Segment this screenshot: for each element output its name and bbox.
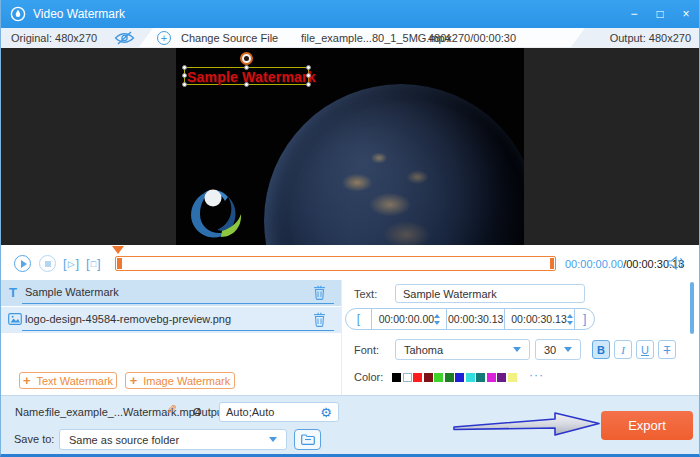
start-time-value[interactable]: 00:00:00.00: [379, 313, 434, 325]
delete-icon[interactable]: [313, 312, 326, 327]
output-format-value: Auto;Auto: [226, 406, 274, 418]
stop-button[interactable]: [39, 255, 56, 272]
text-watermark-selection[interactable]: Sample Watermark: [184, 67, 309, 85]
open-folder-button[interactable]: [294, 429, 321, 450]
bracket-icon: ]: [76, 256, 80, 271]
panel-scrollbar[interactable]: [690, 282, 694, 334]
delete-icon[interactable]: [313, 285, 326, 300]
resize-handle[interactable]: [244, 65, 249, 70]
play-button[interactable]: [14, 255, 31, 272]
eye-off-icon[interactable]: [114, 31, 135, 45]
resize-handle[interactable]: [306, 73, 311, 78]
end-time-field[interactable]: 00:00:30.13: [504, 309, 574, 329]
italic-button[interactable]: I: [614, 340, 632, 359]
watermark-item-label[interactable]: Sample Watermark: [25, 286, 119, 298]
strikethrough-button[interactable]: T: [658, 340, 676, 359]
close-button[interactable]: ×: [673, 0, 699, 28]
color-swatch[interactable]: [413, 373, 422, 382]
spinner-down-icon[interactable]: [567, 321, 573, 325]
color-swatch[interactable]: [424, 373, 433, 382]
plus-icon: +: [130, 373, 138, 388]
underline-button[interactable]: U: [636, 340, 654, 359]
range-end-bracket-button[interactable]: ]: [574, 309, 594, 329]
add-image-watermark-label: Image Watermark: [143, 375, 230, 387]
main-panels: T Sample Watermark logo-de: [1, 280, 699, 395]
rename-pencil-icon[interactable]: ✎: [166, 402, 177, 417]
color-swatch[interactable]: [476, 373, 485, 382]
color-swatch[interactable]: [508, 373, 517, 382]
bracket-icon: ]: [97, 256, 101, 271]
bold-button[interactable]: B: [592, 340, 610, 359]
color-swatch[interactable]: [445, 373, 454, 382]
color-swatch[interactable]: [497, 373, 506, 382]
output-format-field[interactable]: Auto;Auto ⚙: [219, 402, 339, 422]
play-icon: ▷: [68, 259, 75, 269]
app-logo-icon: [10, 6, 26, 22]
resize-handle[interactable]: [182, 65, 187, 70]
save-to-select[interactable]: Same as source folder: [59, 429, 287, 450]
bracket-icon: [: [63, 256, 67, 271]
color-label: Color:: [354, 371, 383, 383]
text-tool-icon: T: [9, 285, 17, 300]
playhead-marker[interactable]: [112, 246, 124, 254]
more-colors-button[interactable]: ···: [529, 368, 544, 382]
timeline-start-handle[interactable]: [117, 258, 122, 269]
color-swatch[interactable]: [487, 373, 496, 382]
font-family-value: Tahoma: [404, 344, 443, 356]
gear-icon[interactable]: ⚙: [320, 406, 332, 419]
watermark-list-panel: T Sample Watermark logo-de: [1, 280, 341, 395]
export-button[interactable]: Export: [601, 411, 693, 440]
play-icon: [21, 260, 27, 268]
resize-handle[interactable]: [306, 82, 311, 87]
color-swatch[interactable]: [392, 373, 401, 382]
text-label: Text:: [354, 288, 377, 300]
spinner-down-icon[interactable]: [434, 321, 440, 325]
duration-field[interactable]: 00:00:30.13: [446, 309, 504, 329]
end-time-value[interactable]: 00:00:30.13: [511, 313, 566, 325]
resize-handle[interactable]: [182, 82, 187, 87]
output-filename: file_example_...Watermark.mp4: [46, 406, 201, 418]
color-swatch[interactable]: [466, 373, 475, 382]
preview-area: Sample Watermark: [1, 48, 699, 245]
video-frame[interactable]: Sample Watermark: [176, 48, 524, 245]
spinner-up-icon[interactable]: [567, 314, 573, 318]
watermark-item-label[interactable]: logo-design-49584-removebg-preview.png: [25, 313, 231, 325]
add-text-watermark-button[interactable]: + Text Watermark: [19, 372, 117, 389]
add-source-icon[interactable]: +: [157, 31, 171, 45]
resize-handle[interactable]: [244, 82, 249, 87]
color-swatch[interactable]: [455, 373, 464, 382]
chevron-down-icon: [269, 437, 277, 442]
timeline-slider[interactable]: [115, 256, 556, 271]
watermark-list-item-text[interactable]: T Sample Watermark: [1, 280, 341, 306]
transport-bar: [▷] [□] 00:00:00.00/00:00:30.13: [1, 245, 699, 280]
resize-handle[interactable]: [306, 65, 311, 70]
add-image-watermark-button[interactable]: + Image Watermark: [125, 372, 235, 389]
minimize-button[interactable]: −: [621, 0, 647, 28]
logo-watermark-image[interactable]: [184, 186, 244, 242]
original-resolution: Original: 480x270: [11, 32, 97, 44]
watermark-list-item-image[interactable]: logo-design-49584-removebg-preview.png: [1, 307, 341, 333]
font-size-select[interactable]: 30: [535, 339, 581, 360]
color-swatch[interactable]: [403, 373, 412, 382]
bracket-icon: [: [86, 256, 90, 271]
start-time-field[interactable]: 00:00:00.00: [371, 309, 446, 329]
rotate-handle[interactable]: [242, 54, 251, 63]
time-spinner[interactable]: [434, 314, 440, 325]
resize-handle[interactable]: [182, 73, 187, 78]
volume-icon[interactable]: [667, 256, 684, 270]
color-swatch[interactable]: [434, 373, 443, 382]
preview-segment-play-button[interactable]: [▷]: [63, 256, 79, 271]
preview-segment-stop-button[interactable]: [□]: [86, 256, 101, 271]
duration-value[interactable]: 00:00:30.13: [448, 313, 503, 325]
spinner-up-icon[interactable]: [434, 314, 440, 318]
change-source-file-button[interactable]: Change Source File: [181, 32, 278, 44]
chevron-down-icon: [564, 347, 572, 352]
time-spinner[interactable]: [567, 314, 573, 325]
font-label: Font:: [354, 344, 379, 356]
font-family-select[interactable]: Tahoma: [395, 339, 530, 360]
timeline-end-handle[interactable]: [550, 258, 554, 269]
watermark-text-input[interactable]: [395, 284, 585, 303]
save-to-label: Save to:: [14, 433, 54, 445]
range-start-bracket-button[interactable]: [: [346, 309, 371, 329]
maximize-button[interactable]: □: [647, 0, 673, 28]
